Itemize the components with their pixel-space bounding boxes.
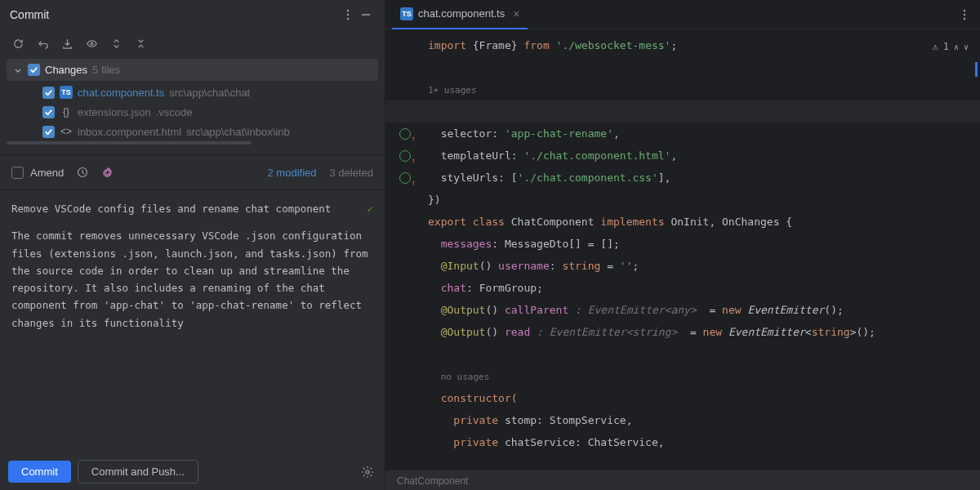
scrollbar-horizontal[interactable] xyxy=(7,141,252,145)
panel-title: Commit xyxy=(10,8,339,21)
commit-panel-header: Commit xyxy=(0,0,385,29)
ai-icon[interactable] xyxy=(98,163,116,181)
gutter xyxy=(385,29,425,470)
svg-point-1 xyxy=(347,14,349,16)
text-caret xyxy=(506,105,507,120)
file-name: extensions.json xyxy=(78,106,151,118)
usage-hint[interactable]: no usages xyxy=(441,372,490,382)
changes-section: Changes 5 files TS chat.component.ts src… xyxy=(0,57,385,145)
commit-panel: Commit Changes 5 files TS chat.component… xyxy=(0,0,385,490)
eye-icon[interactable] xyxy=(83,35,100,51)
code-editor[interactable]: ⚠ 1 ∧ ∨ import {Frame} from './websocket… xyxy=(385,29,980,470)
svg-point-8 xyxy=(964,13,965,15)
file-item[interactable]: TS chat.component.ts src\app\chat\chat xyxy=(38,82,378,102)
more-icon[interactable] xyxy=(956,6,973,24)
amend-checkbox[interactable] xyxy=(11,167,24,179)
svg-point-4 xyxy=(91,42,93,45)
file-path: src\app\chat\inbox\inb xyxy=(186,126,289,138)
file-path: src\app\chat\chat xyxy=(169,87,250,99)
changes-header[interactable]: Changes 5 files xyxy=(7,59,378,81)
file-name: chat.component.ts xyxy=(78,87,164,99)
commit-summary-text: Remove VSCode config files and rename ch… xyxy=(11,200,363,217)
ts-file-icon: TS xyxy=(400,7,413,20)
overview-ruler-marker[interactable] xyxy=(975,62,978,77)
modified-count[interactable]: 2 modified xyxy=(268,167,317,179)
shelve-icon[interactable] xyxy=(59,35,75,51)
changes-count: 5 files xyxy=(92,64,120,76)
editor-panel: TS chat.component.ts × ⚠ 1 ∧ ∨ import {F… xyxy=(385,0,980,490)
warnings-indicator[interactable]: ⚠ 1 ∧ ∨ xyxy=(932,36,969,58)
commit-body-text: The commit removes unnecessary VSCode .j… xyxy=(11,227,373,332)
file-name: inbox.component.html xyxy=(78,126,181,138)
commit-button[interactable]: Commit xyxy=(8,461,71,483)
warning-count: 1 xyxy=(943,36,949,58)
warning-icon: ⚠ xyxy=(932,36,938,58)
collapse-icon[interactable] xyxy=(132,35,149,51)
close-icon[interactable]: × xyxy=(513,7,519,20)
svg-point-0 xyxy=(347,10,349,11)
gutter-override-icon[interactable] xyxy=(399,128,411,140)
more-icon[interactable] xyxy=(339,6,357,24)
file-item[interactable]: <> inbox.component.html src\app\chat\inb… xyxy=(38,122,378,141)
editor-tab-bar: TS chat.component.ts × xyxy=(385,0,980,29)
json-file-icon: {} xyxy=(60,105,73,118)
editor-tab[interactable]: TS chat.component.ts × xyxy=(392,0,528,29)
chevron-down-icon[interactable]: ∨ xyxy=(964,36,969,58)
gear-icon[interactable] xyxy=(359,463,376,481)
svg-point-7 xyxy=(964,9,965,11)
html-file-icon: <> xyxy=(60,125,73,138)
changes-label: Changes xyxy=(45,64,87,76)
file-list: TS chat.component.ts src\app\chat\chat {… xyxy=(7,81,378,141)
svg-point-2 xyxy=(347,18,349,20)
amend-label: Amend xyxy=(30,167,64,179)
file-checkbox[interactable] xyxy=(42,126,55,138)
history-icon[interactable] xyxy=(74,163,91,181)
refresh-icon[interactable] xyxy=(10,35,26,51)
gutter-override-icon[interactable] xyxy=(399,150,411,162)
chevron-down-icon xyxy=(13,65,23,75)
svg-point-6 xyxy=(366,470,369,474)
gutter-override-icon[interactable] xyxy=(399,172,411,184)
ts-file-icon: TS xyxy=(60,86,73,99)
breadcrumb-item: ChatComponent xyxy=(397,475,468,487)
rollback-icon[interactable] xyxy=(34,35,51,51)
commit-action-bar: Commit Commit and Push... xyxy=(0,453,385,490)
minimize-icon[interactable] xyxy=(357,6,375,24)
commit-toolbar xyxy=(0,29,385,57)
changes-checkbox[interactable] xyxy=(28,64,40,76)
commit-and-push-button[interactable]: Commit and Push... xyxy=(78,460,198,483)
amend-row: Amend 2 modified 3 deleted xyxy=(0,154,385,190)
commit-message-input[interactable]: Remove VSCode config files and rename ch… xyxy=(0,190,385,453)
deleted-count[interactable]: 3 deleted xyxy=(330,167,374,179)
tab-label: chat.component.ts xyxy=(418,7,505,20)
file-checkbox[interactable] xyxy=(42,106,55,118)
code-content: import {Frame} from './websocket-mess'; … xyxy=(425,29,980,470)
file-path: .vscode xyxy=(156,106,193,118)
check-icon: ✓ xyxy=(367,200,373,217)
file-item[interactable]: {} extensions.json .vscode xyxy=(38,102,378,122)
breadcrumb[interactable]: ChatComponent xyxy=(385,470,980,490)
usage-hint[interactable]: 1+ usages xyxy=(428,85,477,96)
chevron-up-icon[interactable]: ∧ xyxy=(954,36,959,58)
expand-icon[interactable] xyxy=(108,35,124,51)
svg-point-9 xyxy=(964,17,965,19)
file-checkbox[interactable] xyxy=(42,87,55,99)
